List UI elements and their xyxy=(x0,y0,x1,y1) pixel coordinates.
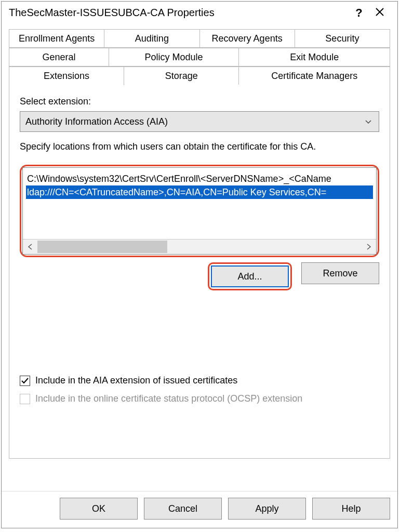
add-button[interactable]: Add... xyxy=(211,265,289,287)
tab-storage[interactable]: Storage xyxy=(124,66,239,85)
extension-description: Specify locations from which users can o… xyxy=(20,141,379,152)
tab-enrollment-agents[interactable]: Enrollment Agents xyxy=(9,29,104,48)
tab-recovery-agents[interactable]: Recovery Agents xyxy=(200,29,295,48)
tab-security[interactable]: Security xyxy=(295,29,390,48)
checkbox-icon xyxy=(20,376,30,386)
checkbox-include-ocsp: Include in the online certificate status… xyxy=(20,393,379,404)
close-icon[interactable] xyxy=(369,7,390,19)
properties-dialog: TheSecMaster-ISSUESUBCA-CA Properties ? … xyxy=(1,1,398,528)
tab-exit-module[interactable]: Exit Module xyxy=(239,48,390,66)
select-extension-label: Select extension: xyxy=(20,96,379,107)
locations-highlight: C:\Windows\system32\CertSrv\CertEnroll\<… xyxy=(20,165,379,257)
checkbox-label: Include in the AIA extension of issued c… xyxy=(35,375,237,386)
cancel-button[interactable]: Cancel xyxy=(144,498,222,520)
scroll-right-icon[interactable] xyxy=(362,240,376,254)
tab-policy-module[interactable]: Policy Module xyxy=(109,48,239,66)
add-button-highlight: Add... xyxy=(208,262,292,290)
list-item[interactable]: C:\Windows\system32\CertSrv\CertEnroll\<… xyxy=(26,172,373,185)
tab-general[interactable]: General xyxy=(9,48,109,66)
help-icon[interactable]: ? xyxy=(349,7,369,19)
remove-button[interactable]: Remove xyxy=(301,262,379,284)
checkbox-include-aia[interactable]: Include in the AIA extension of issued c… xyxy=(20,375,379,386)
tab-certificate-managers[interactable]: Certificate Managers xyxy=(239,66,390,85)
scroll-left-icon[interactable] xyxy=(23,240,37,254)
tab-auditing[interactable]: Auditing xyxy=(104,29,199,48)
dialog-content: Enrollment Agents Auditing Recovery Agen… xyxy=(2,24,397,491)
titlebar: TheSecMaster-ISSUESUBCA-CA Properties ? xyxy=(2,2,397,24)
scroll-thumb[interactable] xyxy=(37,241,167,253)
extension-dropdown-value: Authority Information Access (AIA) xyxy=(25,116,365,127)
apply-button[interactable]: Apply xyxy=(228,498,306,520)
tab-extensions[interactable]: Extensions xyxy=(9,66,124,85)
window-title: TheSecMaster-ISSUESUBCA-CA Properties xyxy=(9,7,349,19)
chevron-down-icon xyxy=(365,118,371,126)
options-checkboxes: Include in the AIA extension of issued c… xyxy=(20,368,379,411)
extension-dropdown[interactable]: Authority Information Access (AIA) xyxy=(20,111,379,132)
checkbox-icon xyxy=(20,394,30,404)
dialog-button-bar: OK Cancel Apply Help xyxy=(2,491,397,528)
list-item[interactable]: ldap:///CN=<CATruncatedName>,CN=AIA,CN=P… xyxy=(26,185,373,199)
tab-panel-extensions: Select extension: Authority Information … xyxy=(9,85,390,459)
locations-listbox[interactable]: C:\Windows\system32\CertSrv\CertEnroll\<… xyxy=(22,167,377,255)
help-button[interactable]: Help xyxy=(312,498,390,520)
tab-strip: Enrollment Agents Auditing Recovery Agen… xyxy=(9,29,390,459)
scroll-track[interactable] xyxy=(37,240,362,254)
ok-button[interactable]: OK xyxy=(60,498,138,520)
horizontal-scrollbar[interactable] xyxy=(23,239,376,254)
checkbox-label: Include in the online certificate status… xyxy=(35,393,302,404)
